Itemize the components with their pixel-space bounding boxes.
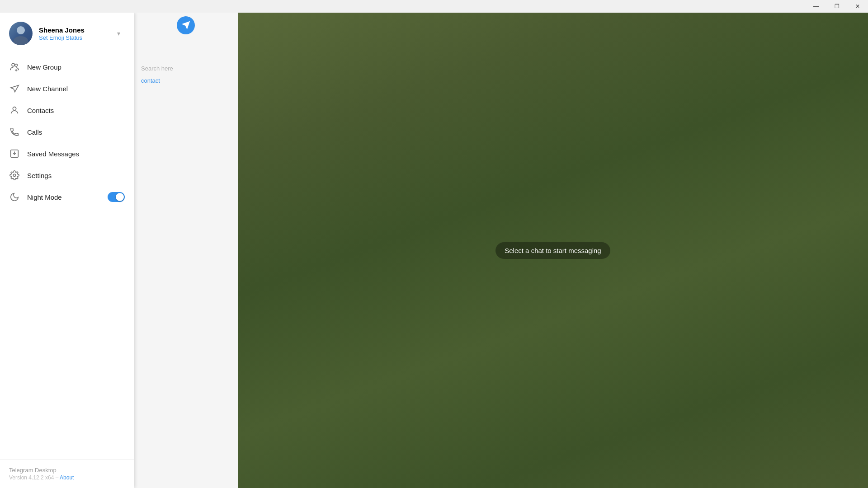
- menu-item-night-mode[interactable]: Night Mode: [0, 186, 134, 208]
- menu-item-settings[interactable]: Settings: [0, 164, 134, 186]
- new-channel-label: New Channel: [27, 85, 125, 93]
- contact-hint[interactable]: contact: [134, 75, 238, 86]
- sidebar-footer: Telegram Desktop Version 4.12.2 x64 – Ab…: [0, 459, 134, 488]
- svg-point-3: [13, 107, 16, 110]
- app-name: Telegram Desktop: [9, 467, 125, 474]
- svg-point-5: [13, 174, 16, 177]
- saved-messages-label: Saved Messages: [27, 150, 125, 158]
- telegram-fab[interactable]: [177, 16, 195, 34]
- saved-messages-icon: [9, 148, 20, 159]
- calls-icon: [9, 127, 20, 137]
- night-mode-label: Night Mode: [27, 193, 100, 201]
- menu-items: New Group New Channel: [0, 52, 134, 459]
- search-hint: Search here: [134, 38, 238, 75]
- menu-item-contacts[interactable]: Contacts: [0, 99, 134, 121]
- chevron-down-icon[interactable]: ▾: [112, 27, 125, 40]
- new-group-label: New Group: [27, 63, 125, 71]
- night-mode-toggle[interactable]: [108, 192, 125, 202]
- svg-point-0: [12, 63, 14, 66]
- chat-panel: Search here contact: [134, 13, 238, 488]
- version-text: Version 4.12.2 x64 – About: [9, 474, 125, 481]
- menu-item-calls[interactable]: Calls: [0, 121, 134, 143]
- contacts-icon: [9, 105, 20, 116]
- restore-button[interactable]: ❐: [826, 0, 847, 13]
- menu-item-new-group[interactable]: New Group: [0, 56, 134, 78]
- close-button[interactable]: ✕: [847, 0, 868, 13]
- main-area: Select a chat to start messaging: [238, 13, 868, 488]
- avatar[interactable]: [9, 22, 33, 45]
- minimize-button[interactable]: —: [806, 0, 826, 13]
- select-chat-hint: Select a chat to start messaging: [495, 242, 610, 259]
- night-mode-icon: [9, 192, 20, 202]
- menu-item-saved-messages[interactable]: Saved Messages: [0, 143, 134, 164]
- sidebar-menu: Sheena Jones Set Emoji Status ▾: [0, 13, 134, 488]
- group-icon: [9, 61, 20, 72]
- settings-icon: [9, 170, 20, 181]
- user-name: Sheena Jones: [39, 26, 106, 35]
- settings-label: Settings: [27, 172, 125, 179]
- user-info: Sheena Jones Set Emoji Status: [39, 26, 106, 42]
- set-emoji-status[interactable]: Set Emoji Status: [39, 34, 106, 41]
- user-header[interactable]: Sheena Jones Set Emoji Status ▾: [0, 13, 134, 52]
- titlebar: — ❐ ✕: [0, 0, 868, 13]
- calls-label: Calls: [27, 128, 125, 136]
- version-number: Version 4.12.2 x64 –: [9, 474, 60, 481]
- contacts-label: Contacts: [27, 107, 125, 114]
- channel-icon: [9, 83, 20, 94]
- menu-item-new-channel[interactable]: New Channel: [0, 78, 134, 99]
- app-container: Sheena Jones Set Emoji Status ▾: [0, 13, 868, 488]
- about-link[interactable]: About: [60, 474, 74, 481]
